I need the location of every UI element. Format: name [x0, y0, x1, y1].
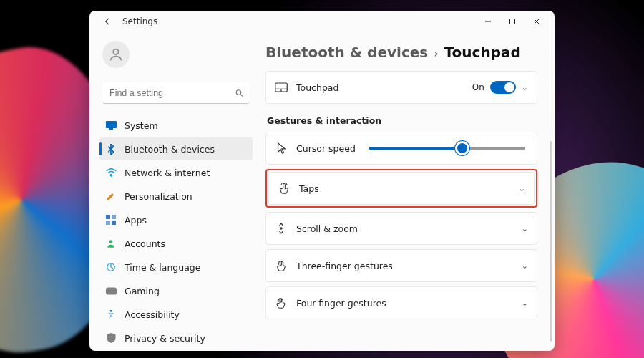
- account-row[interactable]: [99, 37, 253, 75]
- avatar: [102, 41, 130, 68]
- taps-label: Taps: [299, 183, 510, 194]
- sidebar-item-system[interactable]: System: [99, 114, 253, 137]
- sidebar-item-network[interactable]: Network & internet: [99, 161, 253, 184]
- accessibility-icon: [105, 309, 117, 320]
- sidebar-item-label: Network & internet: [125, 168, 210, 178]
- toggle-state-label: On: [472, 82, 484, 92]
- three-finger-card[interactable]: Three-finger gestures ⌄: [265, 249, 537, 282]
- sidebar-item-label: Personalization: [125, 191, 192, 202]
- sidebar-item-label: Gaming: [125, 286, 160, 296]
- scroll-icon: [275, 222, 288, 235]
- sidebar-item-label: Accessibility: [125, 309, 180, 320]
- sidebar-item-windows-update[interactable]: Windows Update: [99, 350, 253, 351]
- chevron-right-icon: ›: [434, 47, 438, 60]
- touchpad-toggle-card[interactable]: Touchpad On ⌄: [265, 71, 537, 104]
- sidebar-item-label: Accounts: [125, 238, 165, 249]
- scrollbar[interactable]: [550, 141, 552, 342]
- four-finger-card[interactable]: Four-finger gestures ⌄: [265, 286, 537, 319]
- tap-icon: [278, 182, 291, 195]
- sidebar-item-gaming[interactable]: Gaming: [99, 279, 253, 302]
- bluetooth-icon: [105, 143, 117, 155]
- page-title: Touchpad: [444, 44, 521, 61]
- svg-point-5: [110, 175, 112, 176]
- svg-rect-8: [106, 221, 110, 225]
- window-minimize-button[interactable]: [476, 11, 500, 32]
- paintbrush-icon: [105, 190, 117, 202]
- cursor-icon: [275, 142, 288, 155]
- touchpad-toggle[interactable]: [490, 81, 516, 94]
- close-icon: [533, 18, 540, 25]
- back-button[interactable]: [102, 16, 114, 26]
- gaming-icon: [105, 285, 117, 296]
- section-title: Gestures & interaction: [267, 115, 537, 126]
- svg-rect-9: [112, 221, 116, 225]
- main-panel: Bluetooth & devices › Touchpad Touchpad …: [257, 32, 555, 351]
- sidebar-item-privacy[interactable]: Privacy & security: [99, 326, 253, 349]
- sidebar-item-label: Bluetooth & devices: [125, 144, 215, 155]
- taps-card[interactable]: Taps ⌄: [268, 172, 535, 205]
- chevron-down-icon: ⌄: [522, 224, 528, 233]
- window-close-button[interactable]: [525, 11, 549, 32]
- sidebar-item-label: Privacy & security: [125, 333, 205, 344]
- display-icon: [105, 120, 117, 131]
- four-finger-icon: [275, 296, 288, 309]
- three-finger-icon: [275, 259, 288, 272]
- maximize-icon: [509, 18, 516, 25]
- sidebar-item-bluetooth[interactable]: Bluetooth & devices: [99, 137, 253, 160]
- titlebar: Settings: [89, 11, 555, 32]
- settings-window: Settings: [89, 11, 555, 351]
- svg-rect-6: [106, 215, 110, 219]
- touchpad-label: Touchpad: [296, 82, 464, 93]
- search-input[interactable]: [102, 82, 250, 104]
- svg-rect-0: [510, 19, 515, 24]
- person-icon: [105, 238, 117, 249]
- nav: System Bluetooth & devices Network & int…: [99, 114, 253, 351]
- shield-icon: [105, 332, 117, 344]
- chevron-down-icon: ⌄: [522, 299, 528, 308]
- highlight-box: Taps ⌄: [265, 169, 537, 208]
- sidebar-item-accounts[interactable]: Accounts: [99, 232, 253, 255]
- four-finger-label: Four-finger gestures: [296, 298, 513, 309]
- svg-point-14: [280, 228, 282, 229]
- svg-rect-4: [109, 128, 113, 130]
- svg-rect-3: [106, 121, 117, 128]
- svg-point-12: [110, 310, 112, 312]
- cursor-speed-label: Cursor speed: [296, 143, 356, 154]
- app-title: Settings: [122, 16, 476, 26]
- three-finger-label: Three-finger gestures: [296, 261, 513, 271]
- sidebar-item-accessibility[interactable]: Accessibility: [99, 303, 253, 326]
- minimize-icon: [484, 18, 492, 25]
- cursor-speed-slider[interactable]: [369, 147, 525, 150]
- scroll-zoom-card[interactable]: Scroll & zoom ⌄: [265, 212, 537, 245]
- chevron-down-icon: ⌄: [522, 261, 528, 271]
- svg-point-2: [236, 90, 241, 95]
- svg-rect-7: [112, 215, 116, 219]
- breadcrumb: Bluetooth & devices › Touchpad: [265, 44, 537, 61]
- sidebar-item-label: Time & language: [125, 262, 200, 273]
- sidebar-item-time-language[interactable]: Time & language: [99, 256, 253, 279]
- scroll-zoom-label: Scroll & zoom: [296, 223, 513, 234]
- sidebar: System Bluetooth & devices Network & int…: [89, 32, 257, 351]
- sidebar-item-label: System: [125, 120, 158, 131]
- sidebar-item-label: Apps: [125, 215, 147, 226]
- touchpad-icon: [275, 81, 288, 94]
- globe-clock-icon: [105, 261, 117, 273]
- svg-point-10: [109, 240, 113, 243]
- search-icon: [235, 89, 244, 98]
- svg-point-1: [113, 49, 118, 54]
- chevron-down-icon: ⌄: [522, 83, 528, 92]
- window-maximize-button[interactable]: [500, 11, 525, 32]
- cursor-speed-card: Cursor speed: [265, 132, 537, 165]
- sidebar-item-apps[interactable]: Apps: [99, 208, 253, 231]
- sidebar-item-personalization[interactable]: Personalization: [99, 185, 253, 208]
- chevron-down-icon: ⌄: [519, 184, 525, 193]
- wifi-icon: [105, 167, 117, 178]
- person-icon: [108, 47, 124, 62]
- breadcrumb-parent[interactable]: Bluetooth & devices: [265, 44, 428, 61]
- apps-icon: [105, 214, 117, 226]
